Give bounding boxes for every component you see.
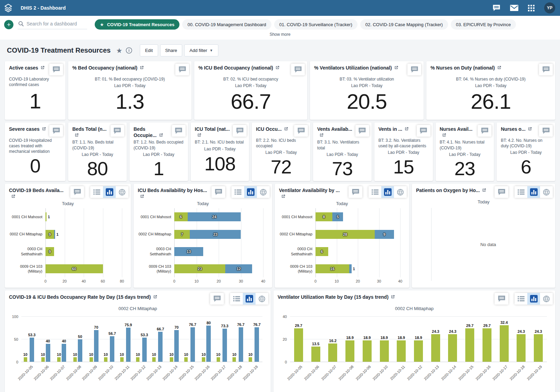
bar[interactable] [158,332,163,362]
map-view-button[interactable] [540,293,553,305]
bar[interactable] [328,343,337,362]
bar[interactable] [206,326,211,362]
bar[interactable] [232,357,236,362]
bar[interactable] [110,336,114,362]
bar-segment[interactable]: 9 [45,230,54,239]
comment-button[interactable] [70,186,84,198]
chart-view-button[interactable] [243,293,256,305]
comment-button[interactable] [355,125,369,137]
bar-segment[interactable]: 9 [375,230,394,239]
bar[interactable] [483,328,491,362]
user-avatar[interactable]: YP [544,2,555,13]
bar-segment[interactable]: 16 [315,264,349,273]
bar[interactable] [126,328,131,362]
dashboard-chip[interactable]: 01. COVID-19 Surveillance (Tracker) [274,19,357,30]
bar[interactable] [222,329,227,362]
comment-button[interactable] [175,64,189,75]
bar-segment[interactable] [54,230,55,239]
comment-button[interactable] [291,64,305,75]
map-view-button[interactable] [540,186,553,198]
table-view-button[interactable] [90,186,103,198]
bar[interactable] [120,357,124,362]
bar[interactable] [517,334,526,362]
map-view-button[interactable] [257,186,270,198]
bar-segment[interactable]: 6 [315,247,328,256]
bar[interactable] [311,347,320,362]
bar[interactable] [78,339,82,362]
bar[interactable] [414,340,423,362]
add-filter-button[interactable]: Add filter▼ [184,44,218,56]
bar-segment[interactable]: 9 [45,247,54,256]
dashboard-chip[interactable]: 03. EPICURVE by Province [451,19,516,30]
dashboard-chip[interactable]: ★COVID-19 Treatment Resources [95,19,179,30]
chart-view-button[interactable] [527,293,540,305]
bar[interactable] [142,338,147,362]
bar[interactable] [249,357,252,362]
bar[interactable] [46,344,50,362]
bar[interactable] [57,357,61,362]
bar-segment[interactable]: 6 [174,212,188,221]
comment-button[interactable] [211,186,225,198]
bar-segment[interactable]: 23 [190,230,241,239]
table-view-button[interactable] [369,186,381,198]
bar[interactable] [431,334,440,362]
table-view-button[interactable] [515,186,527,198]
bar[interactable] [24,357,27,362]
bar-segment[interactable]: 13 [174,247,203,256]
bar[interactable] [30,338,34,362]
bar-segment[interactable] [349,264,351,273]
messages-icon[interactable] [510,5,518,11]
bar[interactable] [104,357,107,362]
chart-view-button[interactable] [527,186,540,198]
bar[interactable] [152,357,156,362]
bar[interactable] [73,357,77,362]
comment-button[interactable] [233,125,247,137]
table-view-button[interactable] [515,293,527,305]
bar[interactable] [465,328,474,362]
star-icon[interactable]: ★ [116,46,122,55]
bar-segment[interactable]: 28 [315,230,375,239]
comment-button[interactable] [495,186,508,198]
edit-button[interactable]: Edit [140,44,158,56]
table-view-button[interactable] [231,186,244,198]
bar[interactable] [90,357,93,362]
bar[interactable] [500,325,509,362]
dashboard-chip[interactable]: 02. COVID-19 Case Mapping (Tracker) [360,19,448,30]
bar-segment[interactable]: 23 [174,264,225,273]
chart-view-button[interactable] [381,186,394,198]
bar[interactable] [363,340,372,362]
apps-menu-icon[interactable] [528,5,535,11]
bar-segment[interactable]: 8 [315,212,332,221]
comment-button[interactable] [539,64,553,75]
bar[interactable] [397,340,406,362]
interpretations-icon[interactable] [492,4,500,11]
bar[interactable] [448,334,457,362]
bar[interactable] [41,357,45,362]
table-view-button[interactable] [230,293,243,305]
map-view-button[interactable] [116,186,128,198]
bar[interactable] [239,327,243,362]
new-dashboard-button[interactable]: + [4,20,13,29]
bar[interactable] [136,357,139,362]
bar-segment[interactable]: 7 [174,230,190,239]
comment-button[interactable] [539,125,553,137]
comment-button[interactable] [49,64,63,75]
bar-segment[interactable]: 12 [225,264,252,273]
bar[interactable] [380,340,389,362]
map-view-button[interactable] [256,293,268,305]
bar[interactable] [190,327,195,362]
bar[interactable] [170,357,173,362]
comment-button[interactable] [49,125,63,137]
bar[interactable] [94,330,98,362]
bar[interactable] [534,334,543,362]
bar-segment[interactable] [45,212,46,221]
comment-button[interactable] [294,125,308,137]
share-button[interactable]: Share [160,44,183,56]
comment-button[interactable] [172,125,186,137]
bar-segment[interactable]: 60 [45,264,103,273]
show-more-link[interactable]: Show more [3,30,557,40]
bar[interactable] [174,330,179,362]
comment-button[interactable] [495,293,508,305]
comment-button[interactable] [407,64,421,75]
bar[interactable] [255,327,259,362]
